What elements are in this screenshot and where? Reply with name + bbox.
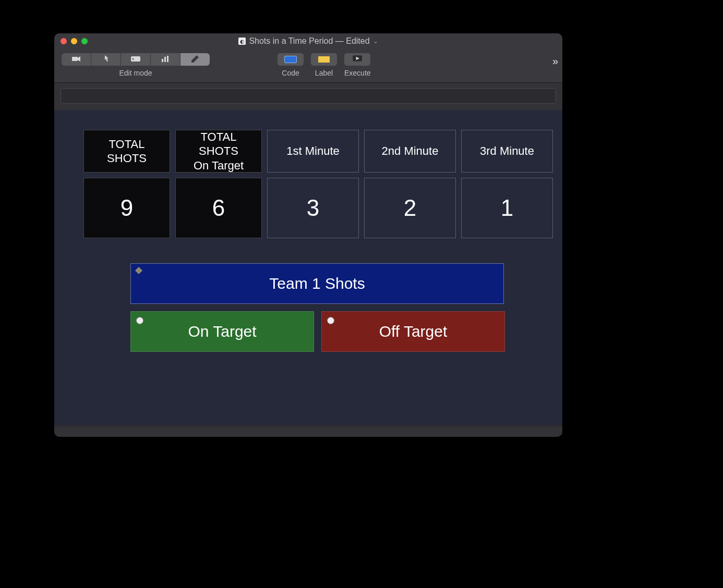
team1-shots-button[interactable]: Team 1 Shots [130, 263, 504, 304]
dot-icon [136, 317, 143, 324]
toolbar: Edit mode Code Label [54, 49, 562, 83]
camera-icon [72, 56, 80, 64]
card-icon [131, 56, 140, 63]
search-input[interactable] [61, 88, 556, 104]
header-1st-minute[interactable]: 1st Minute [267, 130, 359, 173]
svg-rect-4 [164, 57, 166, 62]
on-target-button[interactable]: On Target [130, 311, 314, 352]
on-target-label: On Target [188, 323, 256, 340]
value-2nd-minute[interactable]: 2 [364, 178, 456, 238]
traffic-lights [61, 38, 88, 44]
execute-label: Execute [344, 69, 371, 77]
value-3rd-minute[interactable]: 1 [461, 178, 553, 238]
chart-icon [162, 56, 169, 64]
buttons-area: Team 1 Shots On Target Off Target [63, 263, 554, 352]
stats-grid: TOTAL SHOTS TOTAL SHOTS On Target 1st Mi… [63, 130, 554, 238]
svg-rect-5 [167, 56, 168, 62]
execute-button[interactable] [344, 53, 370, 66]
minimize-window-button[interactable] [71, 38, 77, 44]
pointer-icon [103, 55, 109, 64]
code-tag-icon [284, 56, 297, 63]
chevron-down-icon[interactable]: ⌄ [373, 38, 378, 45]
header-total-on-target-line1: TOTAL SHOTS [180, 130, 257, 158]
value-1st-minute[interactable]: 3 [267, 178, 359, 238]
titlebar: ◐ Shots in a Time Period — Edited ⌄ [54, 33, 562, 49]
toolbar-overflow-button[interactable]: » [552, 55, 555, 67]
code-button[interactable] [278, 53, 304, 66]
close-window-button[interactable] [61, 38, 67, 44]
app-window: ◐ Shots in a Time Period — Edited ⌄ [54, 33, 562, 437]
header-total-on-target[interactable]: TOTAL SHOTS On Target [175, 130, 262, 173]
value-total-on-target[interactable]: 6 [175, 178, 262, 238]
execute-button-group: Execute [344, 53, 371, 77]
header-3rd-minute[interactable]: 3rd Minute [461, 130, 553, 173]
value-total-shots[interactable]: 9 [83, 178, 170, 238]
code-label: Code [282, 69, 299, 77]
header-2nd-minute[interactable]: 2nd Minute [364, 130, 456, 173]
pointer-mode-button[interactable] [91, 53, 121, 66]
svg-rect-0 [72, 57, 78, 61]
document-icon: ◐ [238, 38, 246, 45]
svg-rect-3 [162, 59, 163, 62]
target-buttons-row: On Target Off Target [130, 311, 554, 352]
off-target-label: Off Target [379, 323, 448, 340]
card-mode-button[interactable] [121, 53, 151, 66]
header-total-on-target-line2: On Target [180, 158, 257, 173]
camera-mode-button[interactable] [62, 53, 91, 66]
chart-mode-button[interactable] [151, 53, 180, 66]
edit-mode-group: Edit mode [62, 53, 210, 77]
label-tag-icon [318, 56, 330, 63]
footer-strip [54, 426, 562, 437]
pencil-mode-button[interactable] [180, 53, 210, 66]
diamond-icon [135, 267, 142, 274]
team1-shots-label: Team 1 Shots [269, 275, 365, 292]
label-button-group: Label [311, 53, 337, 77]
svg-point-2 [132, 58, 134, 60]
label-button[interactable] [311, 53, 337, 66]
code-button-group: Code [278, 53, 304, 77]
canvas: TOTAL SHOTS TOTAL SHOTS On Target 1st Mi… [54, 110, 562, 425]
dot-icon [327, 317, 334, 324]
mid-tools: Code Label Execute [278, 53, 371, 77]
window-title-area: ◐ Shots in a Time Period — Edited ⌄ [54, 36, 562, 46]
maximize-window-button[interactable] [81, 38, 88, 44]
window-title: Shots in a Time Period — Edited [249, 36, 369, 46]
pencil-icon [191, 55, 199, 64]
edit-mode-label: Edit mode [119, 69, 152, 77]
header-total-shots[interactable]: TOTAL SHOTS [83, 130, 170, 173]
mode-segment [62, 53, 210, 66]
label-label: Label [315, 69, 333, 77]
play-icon [353, 55, 362, 64]
off-target-button[interactable]: Off Target [321, 311, 505, 352]
search-strip [54, 83, 562, 110]
